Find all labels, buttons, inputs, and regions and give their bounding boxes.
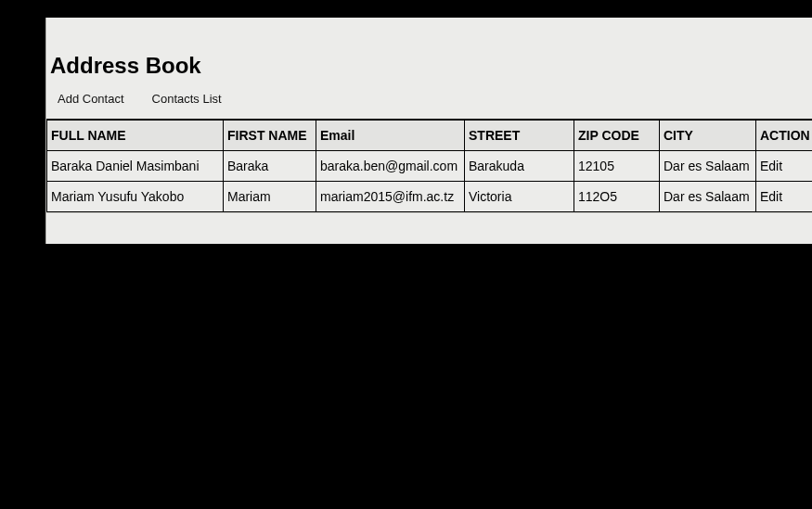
cell-first-name: Mariam — [224, 182, 316, 212]
cell-street: Barakuda — [465, 151, 574, 182]
cell-email: baraka.ben@gmail.com — [316, 151, 465, 182]
cell-full-name: Mariam Yusufu Yakobo — [47, 182, 224, 212]
th-first-name: FIRST NAME — [224, 120, 316, 151]
th-city: CITY — [660, 120, 756, 151]
table-row: Baraka Daniel Masimbani Baraka baraka.be… — [47, 151, 813, 182]
cell-zip: 12105 — [574, 151, 660, 182]
th-street: STREET — [465, 120, 574, 151]
main-panel: Address Book Add Contact Contacts List F… — [45, 18, 812, 244]
cell-email: mariam2015@ifm.ac.tz — [316, 182, 465, 212]
th-zip: ZIP CODE — [574, 120, 660, 151]
th-full-name: FULL NAME — [47, 120, 224, 151]
edit-link[interactable]: Edit — [760, 159, 782, 173]
cell-full-name: Baraka Daniel Masimbani — [47, 151, 224, 182]
table-row: Mariam Yusufu Yakobo Mariam mariam2015@i… — [47, 182, 813, 212]
cell-first-name: Baraka — [224, 151, 316, 182]
cell-street: Victoria — [465, 182, 574, 212]
footer-strip — [46, 212, 812, 244]
page-title: Address Book — [46, 18, 812, 79]
contacts-table: FULL NAME FIRST NAME Email STREET ZIP CO… — [46, 119, 812, 212]
contacts-list-link[interactable]: Contacts List — [152, 92, 222, 106]
cell-city: Dar es Salaam — [660, 182, 756, 212]
edit-link[interactable]: Edit — [760, 189, 782, 204]
cell-city: Dar es Salaam — [660, 151, 756, 182]
nav-bar: Add Contact Contacts List — [46, 92, 812, 106]
cell-zip: 112O5 — [574, 182, 660, 212]
th-action: ACTION — [756, 120, 813, 151]
add-contact-link[interactable]: Add Contact — [46, 92, 124, 106]
table-header-row: FULL NAME FIRST NAME Email STREET ZIP CO… — [47, 120, 813, 151]
th-email: Email — [316, 120, 465, 151]
